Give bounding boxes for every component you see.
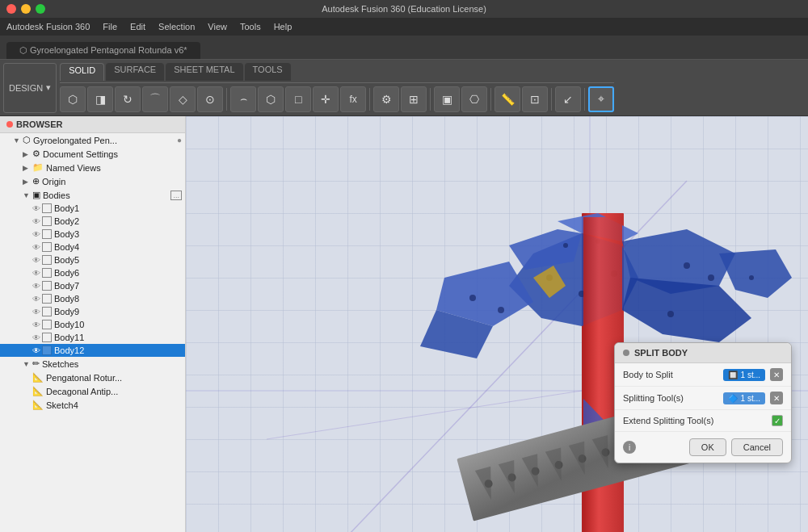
plane-btn[interactable]: ▣ <box>434 86 460 112</box>
browser-panel: BROWSER ▼ ⬡ Gyroelongated Pen... ● ▶ ⚙ D… <box>0 116 186 532</box>
tree-item-sketches[interactable]: ▼ ✏ Sketches <box>0 357 185 371</box>
eye-icon[interactable]: 👁 <box>32 243 40 252</box>
visibility-icon[interactable]: ● <box>177 136 182 145</box>
ok-button[interactable]: OK <box>689 438 726 456</box>
tree-item-body3[interactable]: 👁Body3 <box>0 228 185 241</box>
eye-icon[interactable]: 👁 <box>32 346 40 355</box>
body-label: Body12 <box>54 346 84 355</box>
tree-item-body12[interactable]: 👁Body12 <box>0 344 185 357</box>
measure-btn[interactable]: 📏 <box>494 86 520 112</box>
tree-item-root[interactable]: ▼ ⬡ Gyroelongated Pen... ● <box>0 133 185 147</box>
eye-icon[interactable]: 👁 <box>32 320 40 329</box>
menu-item-tools[interactable]: Tools <box>240 22 261 31</box>
eye-icon[interactable]: 👁 <box>32 230 40 239</box>
tab-surface[interactable]: SURFACE <box>106 63 164 81</box>
tree-item-body10[interactable]: 👁Body10 <box>0 318 185 331</box>
revolve-btn[interactable]: ↻ <box>115 86 141 112</box>
hole-btn[interactable]: ⊙ <box>197 86 223 112</box>
menu-item-selection[interactable]: Selection <box>158 22 195 31</box>
tree-item-body5[interactable]: 👁Body5 <box>0 253 185 266</box>
new-component-btn[interactable]: ⬡ <box>60 86 86 112</box>
named-views-label: Named Views <box>46 163 101 173</box>
arrow-icon: ▼ <box>13 136 21 145</box>
body-to-split-row: Body to Split 🔲 1 st... ✕ <box>615 363 791 387</box>
arrow-icon: ▼ <box>23 191 31 199</box>
tree-item-doc-settings[interactable]: ▶ ⚙ Document Settings <box>0 147 185 161</box>
body-to-split-input[interactable]: 🔲 1 st... <box>723 369 765 381</box>
section-btn[interactable]: ⊡ <box>522 86 548 112</box>
eye-icon[interactable]: 👁 <box>32 282 40 291</box>
select-btn[interactable]: ⌖ <box>588 86 614 112</box>
loft-btn[interactable]: ◇ <box>170 86 196 112</box>
tree-item-body8[interactable]: 👁Body8 <box>0 292 185 305</box>
menu-item-file[interactable]: File <box>103 22 117 31</box>
body-label: Body3 <box>54 229 79 239</box>
file-tab[interactable]: ⬡ Gyroelongated Pentagonal Rotunda v6* <box>6 42 200 59</box>
tree-item-bodies[interactable]: ▼ ▣ Bodies ... <box>0 188 185 202</box>
body-box-icon <box>42 333 52 342</box>
chamfer-btn[interactable]: ⬡ <box>258 86 284 112</box>
body-to-split-value: 1 st... <box>741 371 760 379</box>
tree-item-body11[interactable]: 👁Body11 <box>0 331 185 344</box>
arrow-icon: ▼ <box>23 360 31 368</box>
design-dropdown[interactable]: DESIGN ▾ <box>3 63 57 113</box>
splitting-tools-clear[interactable]: ✕ <box>770 392 783 404</box>
split-panel-header: SPLIT BODY <box>615 343 791 363</box>
cancel-button[interactable]: Cancel <box>731 438 783 456</box>
eye-icon[interactable]: 👁 <box>32 204 40 213</box>
eye-icon[interactable]: 👁 <box>32 217 40 226</box>
viewport[interactable]: SPLIT BODY Body to Split 🔲 1 st... ✕ Spl… <box>186 116 808 532</box>
body-label: Body6 <box>54 268 79 278</box>
sweep-btn[interactable]: ⌒ <box>142 86 168 112</box>
tree-item-body4[interactable]: 👁Body4 <box>0 241 185 253</box>
tab-solid[interactable]: SOLID <box>60 63 104 81</box>
body-label: Body10 <box>54 320 84 329</box>
shell-btn[interactable]: □ <box>285 86 311 112</box>
insert-btn[interactable]: ↙ <box>555 86 581 112</box>
body-to-split-clear[interactable]: ✕ <box>770 368 783 381</box>
formula-btn[interactable]: fx <box>340 86 366 112</box>
move-btn[interactable]: ✛ <box>313 86 339 112</box>
main-area: BROWSER ▼ ⬡ Gyroelongated Pen... ● ▶ ⚙ D… <box>0 116 808 532</box>
maximize-button[interactable] <box>36 4 45 14</box>
tree-item-body7[interactable]: 👁Body7 <box>0 279 185 292</box>
tree-item-body6[interactable]: 👁Body6 <box>0 266 185 279</box>
tree-item-origin[interactable]: ▶ ⊕ Origin <box>0 174 185 188</box>
tree-item-sketch-decag[interactable]: 📐 Decagonal Antip... <box>0 384 185 398</box>
body-list: 👁Body1👁Body2👁Body3👁Body4👁Body5👁Body6👁Bod… <box>0 202 185 357</box>
tree-item-named-views[interactable]: ▶ 📁 Named Views <box>0 161 185 174</box>
extend-label: Extend Splitting Tool(s) <box>623 416 767 425</box>
axis-btn[interactable]: ⎔ <box>461 86 487 112</box>
split-body-panel: SPLIT BODY Body to Split 🔲 1 st... ✕ Spl… <box>614 342 792 463</box>
splitting-tools-icon: 🔷 <box>728 394 738 403</box>
eye-icon[interactable]: 👁 <box>32 333 40 342</box>
extend-checkbox[interactable]: ✓ <box>772 415 783 426</box>
tab-tools[interactable]: TOOLS <box>245 63 291 81</box>
body-box-icon <box>42 268 52 278</box>
tree-item-body9[interactable]: 👁Body9 <box>0 305 185 318</box>
joint2-btn[interactable]: ⊞ <box>401 86 427 112</box>
tree-item-body1[interactable]: 👁Body1 <box>0 202 185 215</box>
fillet-btn[interactable]: ⌢ <box>230 86 256 112</box>
extrude-btn[interactable]: ◨ <box>87 86 113 112</box>
eye-icon[interactable]: 👁 <box>32 269 40 278</box>
eye-icon[interactable]: 👁 <box>32 308 40 316</box>
file-tab-name: Gyroelongated Pentagonal Rotunda v6* <box>30 45 187 55</box>
joint-btn[interactable]: ⚙ <box>373 86 399 112</box>
tree-item-sketch4[interactable]: 📐 Sketch4 <box>0 398 185 412</box>
menu-item-view[interactable]: View <box>208 22 227 31</box>
svg-point-17 <box>498 307 504 313</box>
splitting-tools-input[interactable]: 🔷 1 st... <box>723 392 765 404</box>
close-button[interactable] <box>6 4 16 14</box>
menu-item-edit[interactable]: Edit <box>130 22 145 31</box>
info-icon[interactable]: i <box>623 441 636 454</box>
sketch-pent-label: Pengatonal Rotur... <box>46 373 122 383</box>
eye-icon[interactable]: 👁 <box>32 295 40 304</box>
tree-item-sketch-pent[interactable]: 📐 Pengatonal Rotur... <box>0 371 185 384</box>
minimize-button[interactable] <box>21 4 31 14</box>
menu-item-help[interactable]: Help <box>274 22 292 31</box>
menu-item-fusion[interactable]: Autodesk Fusion 360 <box>6 22 90 31</box>
tab-sheet-metal[interactable]: SHEET METAL <box>166 63 242 81</box>
eye-icon[interactable]: 👁 <box>32 256 40 265</box>
tree-item-body2[interactable]: 👁Body2 <box>0 215 185 228</box>
